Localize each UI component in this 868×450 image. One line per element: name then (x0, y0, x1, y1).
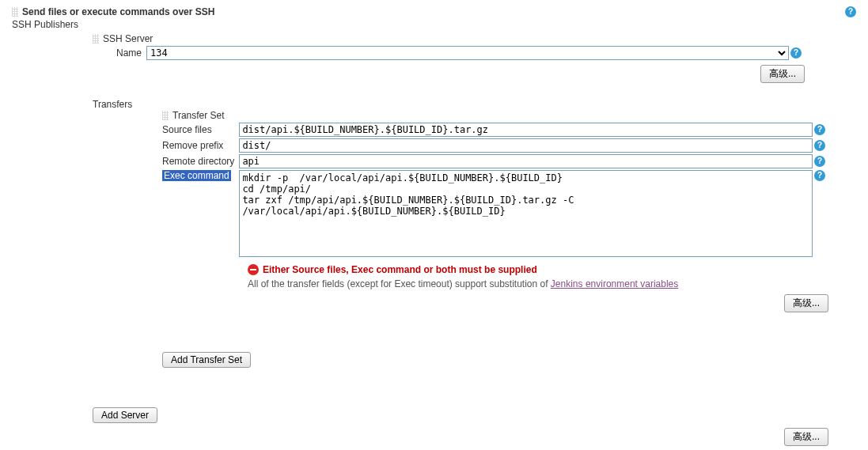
advanced-button-server[interactable]: 高级... (760, 65, 805, 83)
error-message: Either Source files, Exec command or bot… (263, 264, 537, 275)
add-transfer-set-button[interactable]: Add Transfer Set (162, 352, 251, 368)
section-title: Send files or execute commands over SSH (22, 6, 214, 17)
error-icon (248, 264, 259, 275)
source-files-label: Source files (162, 124, 237, 135)
remove-prefix-label: Remove prefix (162, 140, 237, 151)
ssh-publishers-label: SSH Publishers (12, 19, 78, 30)
info-text: All of the transfer fields (except for E… (248, 278, 551, 289)
help-icon[interactable]: ? (845, 6, 856, 17)
exec-command-textarea[interactable] (239, 170, 813, 257)
help-icon[interactable]: ? (814, 124, 825, 135)
drag-handle-icon[interactable] (162, 111, 169, 120)
exec-command-label: Exec command (162, 170, 231, 181)
remove-prefix-input[interactable] (239, 138, 813, 153)
add-server-button[interactable]: Add Server (93, 407, 157, 423)
source-files-input[interactable] (239, 123, 813, 137)
remote-directory-input[interactable] (239, 154, 813, 168)
drag-handle-icon[interactable] (12, 7, 18, 17)
advanced-button-transfer[interactable]: 高级... (784, 294, 828, 312)
remote-directory-label: Remote directory (162, 156, 237, 167)
env-vars-link[interactable]: Jenkins environment variables (551, 278, 678, 289)
transfer-set-heading: Transfer Set (172, 110, 225, 121)
name-label: Name (116, 47, 145, 59)
server-name-select[interactable]: 134 (146, 46, 789, 60)
help-icon[interactable]: ? (814, 140, 825, 151)
transfers-label: Transfers (93, 99, 132, 110)
help-icon[interactable]: ? (814, 156, 825, 167)
drag-handle-icon[interactable] (93, 34, 99, 43)
advanced-button-bottom[interactable]: 高级... (784, 428, 828, 446)
help-icon[interactable]: ? (790, 47, 802, 59)
ssh-server-heading: SSH Server (103, 33, 153, 44)
help-icon[interactable]: ? (814, 170, 825, 181)
